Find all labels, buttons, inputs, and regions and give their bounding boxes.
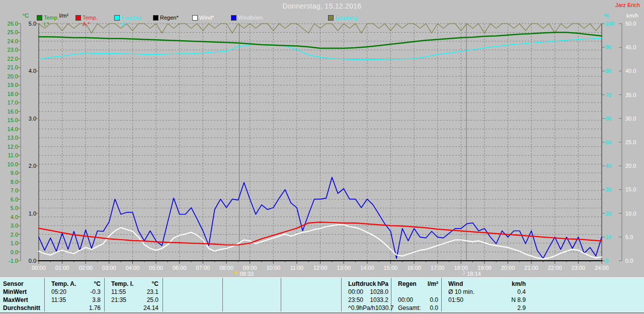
cell-value: 25.0 [147,296,158,304]
table-cell-luftdruck-r2: 23:501033.2 [345,296,388,304]
cell-label: Sensor [3,280,24,288]
cell-label: MaxWert [3,296,28,304]
c-axis-label: 6.0 [0,196,18,202]
weather-app-window: Donnerstag, 15.12.2016 Jarz Erich °Cl/m²… [0,0,644,314]
lm2-axis-label: 1.0 [0,211,36,217]
unit-label: % [602,13,612,19]
legend-swatch [114,15,120,21]
sunrise-icon: ☀ [233,270,238,276]
table-cell-wind-r3: 2.9 [445,304,526,312]
cell-value: km/h [512,280,526,288]
table-divider [441,278,442,311]
lm2-axis-label: 0.0 [0,258,36,264]
lm2-axis-label: 4.0 [0,68,36,74]
x-axis-label: 14:00 [357,265,377,271]
legend-swatch [192,15,198,21]
cell-value: 0.4 [517,288,526,296]
cell-value: 2.9 [517,304,526,312]
kmh-axis-label: 30.0 [625,116,636,122]
pct-axis-label: 80 [605,68,611,74]
cell-value: °C [152,280,158,288]
cell-value: 24.14 [143,304,158,312]
lm2-axis-label: 5.0 [0,21,36,27]
table-divider [281,278,281,311]
cell-value: 1033.2 [370,296,388,304]
kmh-axis-label: 40.0 [625,68,636,74]
cell-label: 23:50 [345,296,363,304]
table-cell-temp-i-r1: 11:5523.1 [108,288,158,296]
kmh-axis-label: 35.0 [625,92,636,98]
table-cell-temp-i-r2: 21:3525.0 [108,296,158,304]
legend-label: Temp. I.* [44,15,59,28]
sunset-icon: ☽ [460,270,465,276]
cell-label: Ø 10 min. [445,288,474,296]
x-axis-label: 15:00 [380,265,400,271]
x-axis-label: 22:00 [545,265,565,271]
x-axis-label: 20:00 [498,265,518,271]
kmh-axis-label: 5.0 [625,234,633,240]
kmh-axis-label: 50.0 [625,21,636,27]
x-axis-label: 11:00 [287,265,307,271]
legend-swatch [231,15,236,21]
c-axis-label: 25.0 [0,29,18,35]
x-axis-label: 04:00 [123,265,143,271]
table-cell-luftdruck-r3: ^0.9hPa/h1030.7 [345,304,388,312]
x-axis-label: 17:00 [428,265,448,271]
cell-label: Regen [395,280,417,288]
table-divider [341,278,342,311]
table-cell-regen-r1 [395,288,438,296]
cell-label: 00:00 [395,296,413,304]
c-axis-label: 11.0 [0,152,18,158]
cell-label: 05:20 [48,288,66,296]
cell-label: ^0.9hPa/h [345,304,375,312]
cell-value: 0.0 [430,296,438,304]
table-cell-luftdruck-r0: LuftdruckhPa [345,280,388,288]
c-axis-label: 8.0 [0,179,18,185]
table-cell-regen-r0: Regenl/m² [395,280,438,288]
kmh-axis-label: 25.0 [625,139,636,145]
sun-marker-time: 18:14 [467,271,481,277]
x-axis-label: 16:00 [404,265,424,271]
table-cell-wind-r2: 01:50N 8.9 [445,296,526,304]
cell-label: Gesamt: [395,304,421,312]
c-axis-label: 7.0 [0,187,18,193]
kmh-axis-label: 10.0 [625,211,636,217]
table-cell-temp-a-r3: 1.76 [48,304,101,312]
cell-label: Wind [445,280,463,288]
cell-value: 1.76 [89,304,101,312]
unit-label: °C [18,13,33,19]
table-cell-regen-r3: Gesamt:0.0 [395,304,438,312]
c-axis-label: 16.0 [0,109,18,115]
cell-label: 11:55 [108,288,126,296]
cell-label: Temp. I. [108,280,133,288]
c-axis-label: 14.0 [0,126,18,132]
c-axis-label: 19.0 [0,82,18,88]
table-cell-wind-r1: Ø 10 min.0.4 [445,288,526,296]
table-cell-sensor-r0: Sensor [3,280,42,288]
cell-label [395,288,398,296]
c-axis-label: 18.0 [0,91,18,97]
cell-label: Durchschnitt [3,304,40,312]
x-axis-label: 03:00 [99,265,119,271]
x-axis-label: 19:00 [474,265,495,271]
c-axis-label: 17.0 [0,99,18,106]
pct-axis-label: 90 [605,44,611,50]
table-cell-regen-r2: 00:000.0 [395,296,438,304]
kmh-axis-label: 20.0 [625,163,636,169]
cell-value: l/m² [428,280,438,288]
table-cell-sensor-r2: MaxWert [3,296,42,304]
legend-label: Regen* [160,15,179,21]
c-axis-label: 0.0 [0,249,18,255]
kmh-axis-label: 45.0 [625,44,636,50]
lm2-axis-label: 3.0 [0,116,36,122]
table-cell-sensor-r3: Durchschnitt [3,304,42,312]
table-cell-sensor-r1: MinWert [3,288,42,296]
cell-value: 1030.7 [375,304,394,312]
legend-swatch [153,15,158,21]
cell-value: hPa [377,280,388,288]
c-axis-label: 22.0 [0,56,18,62]
cell-label [108,304,111,312]
x-axis-label: 12:00 [310,265,331,271]
table-divider [44,278,45,311]
cell-value: 0.0 [430,304,438,312]
